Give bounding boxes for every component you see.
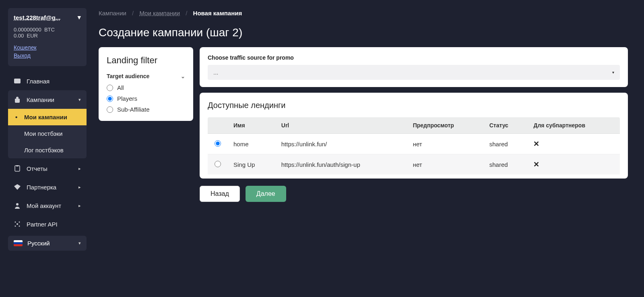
nav-postback-log-label: Лог постбэков: [24, 147, 64, 154]
logout-link[interactable]: Выход: [14, 52, 81, 59]
nav-partner[interactable]: Партнерка ▸: [8, 178, 87, 196]
chevron-down-icon: ⌄: [181, 73, 185, 79]
api-icon: [14, 220, 21, 228]
chevron-down-icon: ▾: [78, 97, 81, 102]
diamond-icon: [14, 183, 21, 191]
audience-players-radio[interactable]: [107, 96, 113, 102]
audience-subaffiliate-label: Sub-Affiliate: [117, 106, 150, 113]
balance-amount-btc: 0.00000000: [14, 27, 41, 33]
target-audience-toggle[interactable]: Target audience ⌄: [107, 73, 185, 79]
traffic-source-card: Choose traffic source for promo ... ▾: [200, 47, 628, 87]
audience-subaffiliate[interactable]: Sub-Affiliate: [107, 106, 185, 113]
close-icon[interactable]: ✕: [533, 140, 539, 148]
audience-players-label: Players: [117, 95, 137, 102]
svg-point-8: [19, 226, 20, 227]
landing-status: shared: [484, 134, 528, 154]
audience-all[interactable]: All: [107, 84, 185, 91]
col-status: Статус: [484, 117, 528, 134]
landings-table: Имя Url Предпросмотр Статус Для субпартн…: [208, 117, 620, 174]
user-dropdown[interactable]: test.228traf@g... ▾: [14, 14, 81, 21]
traffic-source-select[interactable]: ... ▾: [208, 65, 620, 80]
col-preview: Предпросмотр: [407, 117, 484, 134]
svg-point-6: [19, 222, 20, 223]
col-url: Url: [276, 117, 407, 134]
breadcrumb-sep: /: [132, 10, 134, 17]
nav-campaigns[interactable]: Кампании ▾: [8, 90, 87, 109]
landing-preview: нет: [407, 134, 484, 154]
svg-point-7: [15, 226, 16, 227]
chevron-down-icon: ▾: [78, 14, 81, 21]
nav-partner-label: Партнерка: [27, 184, 56, 191]
chevron-right-icon: ▸: [78, 185, 81, 190]
table-row[interactable]: Sing Up https://unlink.fun/auth/sign-up …: [208, 154, 620, 175]
landing-url: https://unlink.fun/auth/sign-up: [276, 154, 407, 175]
chevron-right-icon: ▸: [78, 203, 81, 208]
landing-name: home: [228, 134, 276, 154]
bag-icon: [14, 96, 21, 103]
breadcrumb-current: Новая кампания: [193, 10, 242, 17]
landing-select-radio[interactable]: [215, 161, 221, 167]
sidebar: test.228traf@g... ▾ 0.00000000 BTC 0.00 …: [0, 0, 91, 297]
chevron-right-icon: ▸: [78, 166, 81, 171]
audience-radio-group: All Players Sub-Affiliate: [107, 84, 185, 113]
audience-all-label: All: [117, 84, 124, 91]
audience-players[interactable]: Players: [107, 95, 185, 102]
clipboard-icon: [14, 165, 21, 172]
svg-rect-1: [15, 166, 20, 171]
audience-subaffiliate-radio[interactable]: [107, 106, 113, 113]
table-row[interactable]: home https://unlink.fun/ нет shared ✕: [208, 134, 620, 154]
next-button[interactable]: Далее: [246, 186, 286, 202]
svg-rect-0: [14, 79, 21, 83]
nav-my-postbacks[interactable]: Мои постбэки: [8, 125, 87, 142]
col-forsub: Для субпартнеров: [528, 117, 620, 134]
nav-partner-api[interactable]: Partner API: [8, 215, 87, 233]
nav-postback-log[interactable]: Лог постбэков: [8, 142, 87, 158]
breadcrumb-sep: /: [186, 10, 187, 17]
breadcrumb: Кампании / Мои кампании / Новая кампания: [99, 10, 628, 17]
landing-select-radio[interactable]: [215, 140, 221, 147]
landing-preview: нет: [407, 154, 484, 175]
landings-card: Доступные лендинги Имя Url Предпросмотр …: [200, 93, 628, 179]
balances: 0.00000000 BTC 0.00 EUR: [14, 27, 81, 39]
nav-my-postbacks-label: Мои постбэки: [24, 130, 62, 137]
close-icon[interactable]: ✕: [533, 160, 539, 168]
nav-reports[interactable]: Отчеты ▸: [8, 159, 87, 178]
nav-campaigns-submenu: Мои кампании Мои постбэки Лог постбэков: [8, 109, 87, 158]
svg-rect-2: [16, 165, 19, 166]
col-name: Имя: [228, 117, 276, 134]
user-icon: [14, 202, 21, 209]
balance-cur-eur: EUR: [27, 33, 38, 39]
traffic-source-label: Choose traffic source for promo: [208, 54, 620, 61]
flag-ru-icon: [14, 240, 23, 246]
col-select: [208, 117, 228, 134]
nav-home[interactable]: Главная: [8, 72, 87, 90]
nav-my-campaigns-label: Мои кампании: [24, 114, 67, 120]
nav-my-campaigns[interactable]: Мои кампании: [8, 109, 87, 125]
caret-down-icon: ▾: [612, 70, 614, 75]
svg-point-3: [16, 203, 19, 206]
language-label: Русский: [27, 240, 50, 247]
language-selector[interactable]: Русский ▾: [8, 236, 87, 251]
user-card: test.228traf@g... ▾ 0.00000000 BTC 0.00 …: [8, 8, 87, 66]
landings-title: Доступные лендинги: [208, 101, 620, 110]
traffic-source-value: ...: [213, 69, 219, 76]
nav-campaigns-label: Кампании: [27, 96, 54, 103]
breadcrumb-my-campaigns[interactable]: Мои кампании: [139, 10, 180, 17]
svg-point-4: [17, 223, 18, 225]
breadcrumb-campaigns[interactable]: Кампании: [99, 10, 126, 17]
landing-filter-card: Landing filter Target audience ⌄ All Pla…: [99, 47, 193, 121]
landing-url: https://unlink.fun/: [276, 134, 407, 154]
home-icon: [14, 77, 21, 85]
landing-status: shared: [484, 154, 528, 175]
audience-all-radio[interactable]: [107, 85, 113, 91]
wallet-link[interactable]: Кошелек: [14, 44, 81, 51]
user-email: test.228traf@g...: [14, 14, 60, 21]
nav-account[interactable]: Мой аккаунт ▸: [8, 196, 87, 215]
nav-home-label: Главная: [27, 78, 50, 85]
back-button[interactable]: Назад: [200, 186, 240, 202]
nav-partner-api-label: Partner API: [27, 221, 58, 228]
nav-reports-label: Отчеты: [27, 165, 47, 172]
wizard-buttons: Назад Далее: [200, 186, 628, 202]
page-title: Создание кампании (шаг 2): [99, 26, 628, 39]
balance-cur-btc: BTC: [44, 27, 55, 33]
